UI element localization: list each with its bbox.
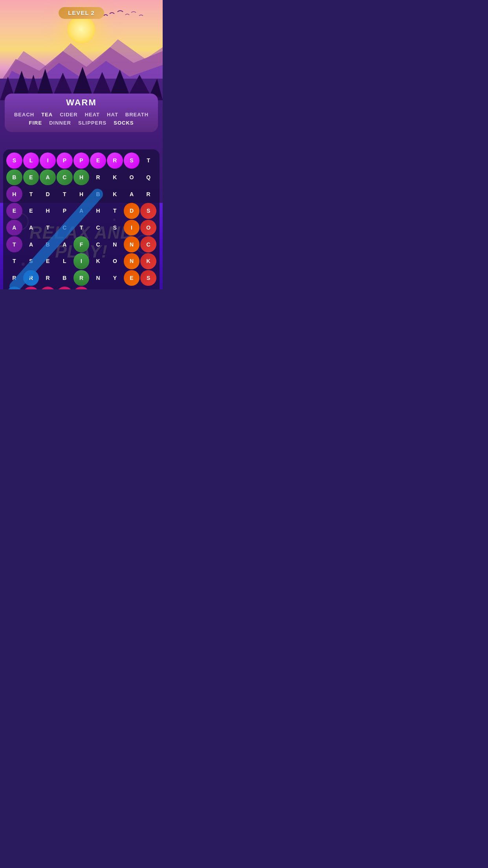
- cell-5-2[interactable]: B: [40, 236, 56, 252]
- word-heat: HEAT: [83, 111, 101, 118]
- cell-6-8[interactable]: K: [140, 253, 156, 269]
- cell-5-7[interactable]: N: [124, 236, 140, 252]
- cell-3-0[interactable]: E: [6, 203, 22, 219]
- cell-2-7[interactable]: A: [124, 186, 140, 202]
- cell-4-6[interactable]: S: [107, 220, 123, 236]
- word-hat: HAT: [105, 111, 120, 118]
- cell-5-0[interactable]: T: [6, 236, 22, 252]
- cell-6-6[interactable]: O: [107, 253, 123, 269]
- cell-3-3[interactable]: P: [57, 203, 73, 219]
- cell-6-5[interactable]: K: [90, 253, 106, 269]
- cell-3-1[interactable]: E: [23, 203, 39, 219]
- cell-2-0[interactable]: H: [6, 186, 22, 202]
- cell-7-7[interactable]: E: [124, 270, 140, 286]
- cell-7-0[interactable]: R: [6, 270, 22, 286]
- cell-6-1[interactable]: S: [23, 253, 39, 269]
- cell-1-5[interactable]: R: [90, 169, 106, 186]
- cell-8-3[interactable]: D: [57, 287, 73, 289]
- cell-5-4[interactable]: F: [73, 236, 90, 252]
- cell-4-4[interactable]: T: [73, 220, 90, 236]
- cell-3-8[interactable]: S: [140, 203, 156, 219]
- cell-4-2[interactable]: T: [40, 220, 56, 236]
- cell-8-5[interactable]: R: [90, 287, 106, 289]
- level-label: LEVEL 2: [68, 9, 95, 16]
- cell-7-3[interactable]: B: [57, 270, 73, 286]
- word-slippers: SLIPPERS: [77, 119, 108, 127]
- word-list: BEACH TEA CIDER HEAT HAT BREATH FIRE DIN…: [10, 111, 152, 127]
- cell-3-5[interactable]: H: [90, 203, 106, 219]
- cell-2-8[interactable]: R: [140, 186, 156, 202]
- cell-7-2[interactable]: R: [40, 270, 56, 286]
- cell-3-4[interactable]: A: [73, 203, 90, 219]
- word-fire: FIRE: [28, 119, 44, 127]
- cell-0-1[interactable]: L: [23, 153, 39, 169]
- cell-0-8[interactable]: T: [140, 153, 156, 169]
- cell-2-5[interactable]: B: [90, 186, 106, 202]
- cell-8-7[interactable]: [124, 287, 140, 289]
- word-panel: WARM BEACH TEA CIDER HEAT HAT BREATH FIR…: [5, 94, 158, 132]
- cell-1-2[interactable]: A: [40, 169, 56, 186]
- cell-5-6[interactable]: N: [107, 236, 123, 252]
- cell-0-7[interactable]: S: [124, 153, 140, 169]
- cell-0-3[interactable]: P: [57, 153, 73, 169]
- cell-4-3[interactable]: C: [57, 220, 73, 236]
- cell-4-7[interactable]: I: [124, 220, 140, 236]
- cell-0-4[interactable]: P: [73, 153, 90, 169]
- cell-8-0[interactable]: B: [6, 287, 22, 289]
- word-socks: SOCKS: [112, 119, 135, 127]
- cell-3-2[interactable]: H: [40, 203, 56, 219]
- cell-5-5[interactable]: C: [90, 236, 106, 252]
- cell-8-1[interactable]: C: [23, 287, 39, 289]
- cell-2-2[interactable]: D: [40, 186, 56, 202]
- cell-4-1[interactable]: A: [23, 220, 39, 236]
- cell-1-8[interactable]: Q: [140, 169, 156, 186]
- cell-2-4[interactable]: H: [73, 186, 90, 202]
- category-title: WARM: [10, 97, 152, 108]
- cell-3-7[interactable]: D: [124, 203, 140, 219]
- cell-1-3[interactable]: C: [57, 169, 73, 186]
- cell-8-2[interactable]: I: [40, 287, 56, 289]
- cell-0-2[interactable]: I: [40, 153, 56, 169]
- cell-6-0[interactable]: T: [6, 253, 22, 269]
- cell-6-2[interactable]: E: [40, 253, 56, 269]
- word-breath: BREATH: [124, 111, 150, 118]
- level-badge: LEVEL 2: [59, 7, 104, 19]
- birds: [100, 8, 147, 24]
- cell-1-4[interactable]: H: [73, 169, 90, 186]
- cell-7-8[interactable]: S: [140, 270, 156, 286]
- cell-2-6[interactable]: K: [107, 186, 123, 202]
- word-cider: CIDER: [58, 111, 79, 118]
- cell-0-6[interactable]: R: [107, 153, 123, 169]
- cell-1-1[interactable]: E: [23, 169, 39, 186]
- cell-2-3[interactable]: T: [57, 186, 73, 202]
- cell-0-0[interactable]: S: [6, 153, 22, 169]
- cell-7-1[interactable]: R: [23, 270, 39, 286]
- word-beach: BEACH: [13, 111, 36, 118]
- game-screen: LEVEL 2 WARM BEACH TEA CIDER HEAT HAT BR…: [0, 0, 163, 289]
- cell-5-3[interactable]: A: [57, 236, 73, 252]
- cell-1-6[interactable]: K: [107, 169, 123, 186]
- cell-5-8[interactable]: C: [140, 236, 156, 252]
- cell-2-1[interactable]: T: [23, 186, 39, 202]
- cell-6-7[interactable]: N: [124, 253, 140, 269]
- cell-8-8[interactable]: [140, 287, 156, 289]
- cell-1-0[interactable]: B: [6, 169, 22, 186]
- cell-7-4[interactable]: R: [73, 270, 90, 286]
- cell-4-5[interactable]: C: [90, 220, 106, 236]
- cell-7-5[interactable]: N: [90, 270, 106, 286]
- cell-4-8[interactable]: O: [140, 220, 156, 236]
- cell-6-3[interactable]: L: [57, 253, 73, 269]
- cell-1-7[interactable]: O: [124, 169, 140, 186]
- word-tea: TEA: [40, 111, 54, 118]
- cell-8-6[interactable]: K: [107, 287, 123, 289]
- cell-8-4[interactable]: E: [73, 287, 90, 289]
- cell-0-5[interactable]: E: [90, 153, 106, 169]
- cell-5-1[interactable]: A: [23, 236, 39, 252]
- cell-7-6[interactable]: Y: [107, 270, 123, 286]
- word-dinner: DINNER: [48, 119, 73, 127]
- cell-4-0[interactable]: A: [6, 220, 22, 236]
- cell-3-6[interactable]: T: [107, 203, 123, 219]
- letter-grid: S L I P P E R S T B E A C H R K O Q H T …: [6, 153, 156, 289]
- cell-6-4[interactable]: I: [73, 253, 90, 269]
- word-search-grid[interactable]: S L I P P E R S T B E A C H R K O Q H T …: [3, 149, 160, 289]
